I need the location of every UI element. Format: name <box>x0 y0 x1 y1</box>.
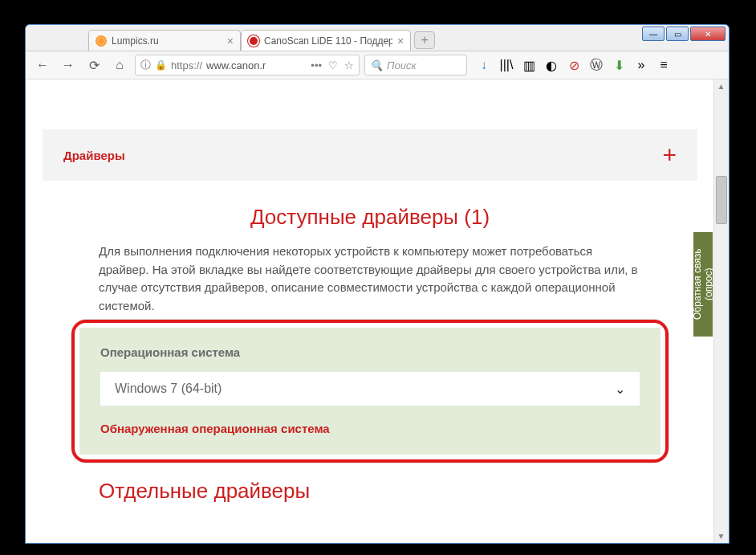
scroll-down-icon[interactable]: ▼ <box>714 529 728 542</box>
close-button[interactable]: ✕ <box>690 27 726 41</box>
bookmark-star-icon[interactable]: ☆ <box>344 59 354 71</box>
save-pocket-icon[interactable]: ♡ <box>328 59 338 71</box>
reload-button[interactable]: ⟳ <box>83 55 104 75</box>
browser-window: — ▭ ✕ Lumpics.ru × CanoScan LiDE 110 - П… <box>25 24 730 544</box>
scroll-up-icon[interactable]: ▲ <box>714 80 728 92</box>
minimize-button[interactable]: — <box>642 27 665 41</box>
page-actions-icon[interactable]: ••• <box>311 59 322 71</box>
chevron-down-icon: ⌄ <box>615 382 625 397</box>
library-icon[interactable]: |||\ <box>499 58 514 72</box>
separate-drivers-heading: Отдельные драйверы <box>99 479 713 504</box>
back-button[interactable]: ← <box>32 55 53 75</box>
browser-toolbar: ← → ⟳ ⌂ ⓘ 🔒 https://www.canon.r ••• ♡ ☆ … <box>26 51 729 80</box>
os-label: Операционная система <box>100 345 640 359</box>
url-actions: ••• ♡ ☆ <box>311 59 354 71</box>
scrollbar-thumb[interactable] <box>716 176 727 224</box>
toolbar-icons: ↓ |||\ ▥ ◐ ⊘ Ⓦ ⬇ » ≡ <box>477 58 671 72</box>
forward-button[interactable]: → <box>58 55 79 75</box>
drivers-accordion-header[interactable]: Драйверы + <box>43 129 697 181</box>
browser-tab-canon[interactable]: CanoScan LiDE 110 - Поддержк × <box>241 30 411 51</box>
url-bar[interactable]: ⓘ 🔒 https://www.canon.r ••• ♡ ☆ <box>135 55 360 75</box>
drivers-label: Драйверы <box>63 149 125 162</box>
blocker-icon[interactable]: ⊘ <box>567 58 581 72</box>
search-icon: 🔍 <box>370 59 383 71</box>
download2-icon[interactable]: ⬇ <box>612 58 626 72</box>
lock-icon: 🔒 <box>155 59 167 71</box>
favicon-icon <box>96 35 107 47</box>
url-host: www.canon.r <box>206 59 266 71</box>
containers-icon[interactable]: ◐ <box>544 58 559 72</box>
tab-title: CanoScan LiDE 110 - Поддержк <box>264 35 392 47</box>
tab-title: Lumpics.ru <box>112 35 159 47</box>
download-icon[interactable]: ↓ <box>477 58 491 72</box>
vertical-scrollbar[interactable]: ▲ ▼ <box>713 80 728 542</box>
browser-tab-lumpics[interactable]: Lumpics.ru × <box>88 30 241 51</box>
wallet-icon[interactable]: Ⓦ <box>589 58 604 72</box>
available-drivers-heading: Доступные драйверы (1) <box>26 205 713 230</box>
sidebar-icon[interactable]: ▥ <box>522 58 536 72</box>
info-icon[interactable]: ⓘ <box>140 58 151 72</box>
feedback-tab[interactable]: Обратная связь (опрос) <box>693 232 713 337</box>
favicon-icon <box>248 35 259 47</box>
page-content: Драйверы + Доступные драйверы (1) Для вы… <box>26 80 713 542</box>
maximize-button[interactable]: ▭ <box>666 27 689 41</box>
highlight-box: Операционная система Windows 7 (64-bit) … <box>71 320 669 463</box>
os-selected-value: Windows 7 (64-bit) <box>115 382 222 396</box>
search-placeholder: Поиск <box>387 59 417 71</box>
os-select-dropdown[interactable]: Windows 7 (64-bit) ⌄ <box>100 372 640 406</box>
menu-icon[interactable]: ≡ <box>656 58 671 72</box>
search-bar[interactable]: 🔍 Поиск <box>364 55 467 75</box>
detected-os-label: Обнаруженная операционная система <box>100 422 640 435</box>
os-selector-panel: Операционная система Windows 7 (64-bit) … <box>79 328 660 455</box>
new-tab-button[interactable]: + <box>414 31 435 49</box>
home-button[interactable]: ⌂ <box>109 55 130 75</box>
close-tab-icon[interactable]: × <box>227 35 234 47</box>
expand-plus-icon: + <box>662 141 677 169</box>
window-controls: — ▭ ✕ <box>642 27 726 41</box>
url-prefix: https:// <box>171 59 202 71</box>
drivers-description: Для выполнения подключения некоторых уст… <box>99 243 641 315</box>
tab-strip: Lumpics.ru × CanoScan LiDE 110 - Поддерж… <box>88 30 435 51</box>
close-tab-icon[interactable]: × <box>397 35 404 47</box>
overflow-icon[interactable]: » <box>634 58 648 72</box>
